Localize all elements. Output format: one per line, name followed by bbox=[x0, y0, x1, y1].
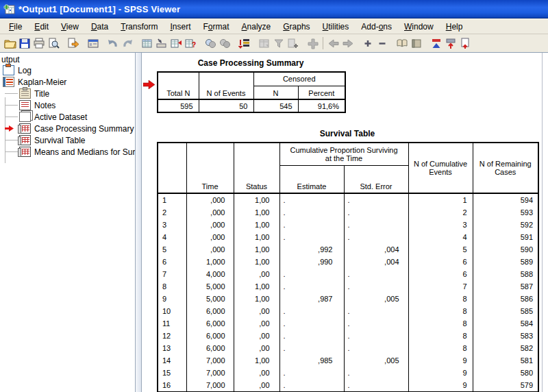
menu-item[interactable]: Graphs bbox=[277, 21, 316, 33]
survival-table-cell: 1,00 bbox=[234, 206, 279, 219]
insert-heading-button[interactable] bbox=[429, 36, 443, 51]
recall-dialog-button[interactable] bbox=[86, 36, 100, 51]
outline-item-icon bbox=[19, 147, 31, 157]
survival-table-cell: 1,000 bbox=[186, 256, 234, 268]
outline-item[interactable]: Kaplan-Meier bbox=[0, 76, 135, 88]
export-output-button[interactable] bbox=[66, 36, 80, 51]
survival-table-cell: 7 bbox=[158, 268, 186, 280]
demote-outline-button bbox=[340, 36, 355, 51]
survival-table-row: 157,000,00..9580 bbox=[158, 367, 538, 379]
col-header-status: Status bbox=[234, 143, 279, 193]
menu-item[interactable]: Help bbox=[440, 21, 469, 33]
redo-button[interactable] bbox=[120, 36, 134, 51]
use-variable-sets-button[interactable] bbox=[203, 36, 217, 51]
menu-item[interactable]: Edit bbox=[28, 21, 55, 33]
menu-item[interactable]: Insert bbox=[164, 21, 197, 33]
outline-item-label: Survival Table bbox=[34, 135, 85, 145]
survival-table-cell: 5,000 bbox=[186, 280, 234, 293]
pane-splitter[interactable] bbox=[135, 53, 142, 392]
outline-item-icon bbox=[19, 112, 31, 122]
survival-table-cell: 6,000 bbox=[186, 317, 234, 330]
outline-item[interactable]: Active Dataset bbox=[0, 111, 135, 123]
menu-item[interactable]: File bbox=[3, 21, 28, 33]
insert-text-button[interactable] bbox=[458, 36, 472, 51]
goto-case-button[interactable] bbox=[154, 36, 169, 51]
survival-table-body: 1,0001,00..15942,0001,00..25933,0001,00.… bbox=[158, 193, 538, 392]
outline-root-item[interactable]: utput bbox=[1, 55, 20, 64]
expand-outline-button[interactable] bbox=[360, 36, 375, 51]
survival-table-cell: 579 bbox=[473, 379, 538, 392]
survival-table-cell: 1,00 bbox=[234, 293, 279, 305]
menu-item[interactable]: Format bbox=[197, 21, 236, 33]
survival-table-cell: ,00 bbox=[234, 268, 279, 280]
cps-cell: 595 bbox=[158, 99, 199, 112]
print-preview-button[interactable] bbox=[46, 36, 60, 51]
outline-tree: Log Kaplan-Meier Title Notes Active Data… bbox=[0, 64, 135, 158]
survival-table-cell: ,00 bbox=[234, 367, 279, 379]
survival-table-cell: 594 bbox=[473, 193, 538, 206]
menu-item[interactable]: Analyze bbox=[236, 21, 277, 33]
survival-table[interactable]: Time Status Cumulative Proportion Surviv… bbox=[157, 142, 539, 392]
survival-table-row: 106,000,00..8585 bbox=[158, 305, 538, 317]
menu-item[interactable]: Data bbox=[85, 21, 114, 33]
save-button[interactable] bbox=[17, 36, 32, 51]
outline-item[interactable]: Survival Table bbox=[0, 134, 135, 146]
survival-table-cell: 15 bbox=[158, 367, 186, 379]
survival-table-block[interactable]: Survival Table Time Status Cumulative Pr… bbox=[157, 129, 538, 392]
survival-table-row: 116,000,00..8584 bbox=[158, 317, 538, 330]
outline-item[interactable]: Title bbox=[0, 88, 135, 99]
collapse-outline-button[interactable] bbox=[375, 36, 389, 51]
menu-bar: FileEditViewDataTransformInsertFormatAna… bbox=[0, 19, 548, 34]
toolbar: ? bbox=[0, 34, 548, 53]
survival-table-cell: ,987 bbox=[279, 293, 344, 305]
menu-item[interactable]: Window bbox=[398, 21, 440, 33]
hide-output-button[interactable] bbox=[409, 36, 423, 51]
survival-table-cell: 4 bbox=[408, 231, 473, 243]
show-all-variables-button[interactable] bbox=[217, 36, 232, 51]
survival-table-cell: 1 bbox=[158, 193, 186, 206]
survival-table-cell: 8 bbox=[408, 293, 473, 305]
case-processing-summary-table[interactable]: Total N N of Events Censored N Percent 5… bbox=[157, 71, 346, 113]
variables-button[interactable]: ? bbox=[183, 36, 197, 51]
app-icon bbox=[3, 3, 15, 14]
case-processing-summary-block[interactable]: Case Processing Summary Total N N of Eve… bbox=[157, 58, 345, 113]
survival-table-cell: ,985 bbox=[279, 354, 344, 367]
survival-table-cell: 3 bbox=[408, 219, 473, 231]
outline-item[interactable]: Log bbox=[0, 64, 135, 76]
survival-table-cell: . bbox=[279, 367, 344, 379]
print-button[interactable] bbox=[32, 36, 46, 51]
survival-table-cell: 1 bbox=[408, 193, 473, 206]
survival-table-cell: 1,00 bbox=[234, 280, 279, 293]
survival-table-cell: . bbox=[344, 206, 408, 219]
show-output-button[interactable] bbox=[395, 36, 409, 51]
menu-item[interactable]: Add-ons bbox=[355, 21, 398, 33]
insert-variables-button[interactable] bbox=[169, 36, 183, 51]
survival-table-cell: ,000 bbox=[186, 243, 234, 256]
menu-item[interactable]: Utilities bbox=[316, 21, 356, 33]
survival-table-row: 61,0001,00,990,0046589 bbox=[158, 256, 538, 268]
insert-title-button[interactable] bbox=[443, 36, 458, 51]
select-last-output-button bbox=[257, 36, 271, 51]
outline-item[interactable]: Means and Medians for Surv bbox=[0, 146, 135, 158]
survival-table-cell: 8 bbox=[408, 330, 473, 342]
survival-table-cell: . bbox=[279, 268, 344, 280]
survival-table-cell: 11 bbox=[158, 317, 186, 330]
col-header-n: N bbox=[253, 86, 298, 99]
menu-item[interactable]: View bbox=[55, 21, 85, 33]
col-header-estimate: Estimate bbox=[279, 165, 344, 193]
survival-table-cell: 8 bbox=[408, 305, 473, 317]
outline-item[interactable]: Case Processing Summary bbox=[0, 123, 135, 134]
menu-item[interactable]: Transform bbox=[114, 21, 164, 33]
survival-table-row: 1,0001,00..1594 bbox=[158, 193, 538, 206]
survival-table-cell: 1,00 bbox=[234, 243, 279, 256]
goto-data-button[interactable] bbox=[140, 36, 154, 51]
survival-table-cell: 593 bbox=[473, 206, 538, 219]
survival-table-cell: 8 bbox=[408, 342, 473, 354]
run-script-button[interactable] bbox=[237, 36, 251, 51]
undo-button[interactable] bbox=[105, 36, 120, 51]
outline-item[interactable]: Notes bbox=[0, 99, 135, 111]
survival-table-cell: . bbox=[344, 219, 408, 231]
survival-table-row: 5,0001,00,992,0045590 bbox=[158, 243, 538, 256]
survival-table-row: 126,000,00..8583 bbox=[158, 330, 538, 342]
open-button[interactable] bbox=[3, 36, 17, 51]
